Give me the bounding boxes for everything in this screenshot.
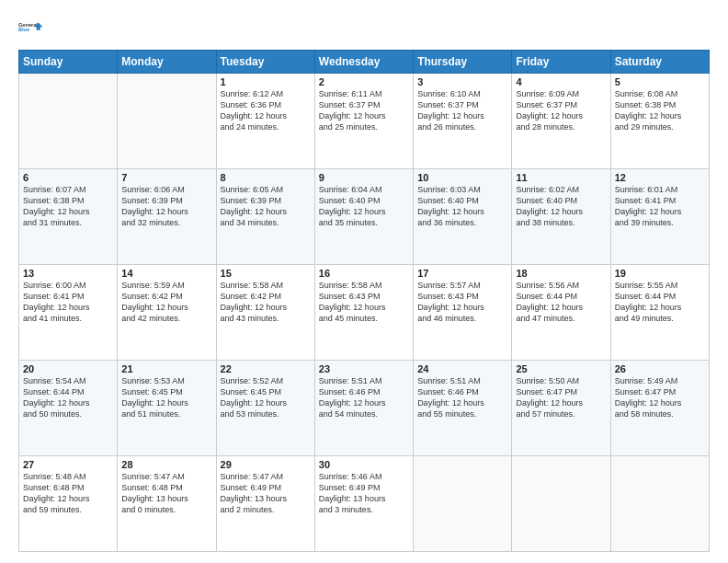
calendar-cell: 11Sunrise: 6:02 AM Sunset: 6:40 PM Dayli… [512, 169, 610, 265]
calendar-cell: 8Sunrise: 6:05 AM Sunset: 6:39 PM Daylig… [216, 169, 314, 265]
day-number: 16 [319, 268, 409, 279]
page: GeneralBlue SundayMondayTuesdayWednesday… [0, 0, 728, 563]
calendar-table: SundayMondayTuesdayWednesdayThursdayFrid… [18, 50, 710, 552]
day-info: Sunrise: 5:58 AM Sunset: 6:42 PM Dayligh… [221, 280, 311, 325]
calendar-cell: 12Sunrise: 6:01 AM Sunset: 6:41 PM Dayli… [610, 169, 709, 265]
day-number: 14 [121, 268, 211, 279]
weekday-header-tuesday: Tuesday [216, 51, 314, 74]
calendar-cell: 14Sunrise: 5:59 AM Sunset: 6:42 PM Dayli… [118, 265, 216, 361]
day-info: Sunrise: 6:12 AM Sunset: 6:36 PM Dayligh… [221, 88, 311, 133]
day-info: Sunrise: 6:04 AM Sunset: 6:40 PM Dayligh… [319, 184, 409, 229]
day-info: Sunrise: 6:11 AM Sunset: 6:37 PM Dayligh… [319, 88, 409, 133]
day-number: 12 [615, 172, 705, 183]
calendar-cell: 9Sunrise: 6:04 AM Sunset: 6:40 PM Daylig… [314, 169, 413, 265]
day-info: Sunrise: 5:47 AM Sunset: 6:49 PM Dayligh… [221, 471, 311, 516]
day-number: 8 [221, 172, 311, 183]
day-number: 30 [319, 459, 409, 470]
day-info: Sunrise: 5:53 AM Sunset: 6:45 PM Dayligh… [121, 375, 211, 420]
weekday-header-monday: Monday [118, 51, 216, 74]
logo: GeneralBlue [18, 15, 44, 40]
day-number: 22 [221, 363, 311, 374]
day-number: 21 [121, 363, 211, 374]
day-info: Sunrise: 5:50 AM Sunset: 6:47 PM Dayligh… [516, 375, 606, 420]
calendar-cell [19, 74, 118, 169]
calendar-cell: 1Sunrise: 6:12 AM Sunset: 6:36 PM Daylig… [216, 74, 314, 169]
calendar-cell: 3Sunrise: 6:10 AM Sunset: 6:37 PM Daylig… [414, 74, 512, 169]
day-number: 13 [23, 268, 113, 279]
day-info: Sunrise: 5:54 AM Sunset: 6:44 PM Dayligh… [23, 375, 113, 420]
calendar-cell: 23Sunrise: 5:51 AM Sunset: 6:46 PM Dayli… [314, 361, 413, 456]
day-number: 1 [221, 76, 311, 87]
day-info: Sunrise: 6:01 AM Sunset: 6:41 PM Dayligh… [615, 184, 705, 229]
calendar-cell: 5Sunrise: 6:08 AM Sunset: 6:38 PM Daylig… [610, 74, 709, 169]
day-info: Sunrise: 5:59 AM Sunset: 6:42 PM Dayligh… [121, 280, 211, 325]
svg-text:Blue: Blue [18, 27, 29, 32]
day-number: 11 [516, 172, 606, 183]
day-info: Sunrise: 6:00 AM Sunset: 6:41 PM Dayligh… [23, 280, 113, 325]
calendar-cell: 30Sunrise: 5:46 AM Sunset: 6:49 PM Dayli… [314, 456, 413, 552]
day-info: Sunrise: 5:52 AM Sunset: 6:45 PM Dayligh… [221, 375, 311, 420]
day-info: Sunrise: 6:07 AM Sunset: 6:38 PM Dayligh… [23, 184, 113, 229]
weekday-header-thursday: Thursday [414, 51, 512, 74]
calendar-week-3: 13Sunrise: 6:00 AM Sunset: 6:41 PM Dayli… [19, 265, 710, 361]
logo-icon: GeneralBlue [18, 15, 44, 40]
calendar-cell: 24Sunrise: 5:51 AM Sunset: 6:46 PM Dayli… [414, 361, 512, 456]
day-number: 3 [417, 76, 507, 87]
day-info: Sunrise: 5:51 AM Sunset: 6:46 PM Dayligh… [417, 375, 507, 420]
calendar-cell: 21Sunrise: 5:53 AM Sunset: 6:45 PM Dayli… [118, 361, 216, 456]
day-number: 24 [417, 363, 507, 374]
day-info: Sunrise: 6:03 AM Sunset: 6:40 PM Dayligh… [417, 184, 507, 229]
day-number: 4 [516, 76, 606, 87]
day-info: Sunrise: 5:51 AM Sunset: 6:46 PM Dayligh… [319, 375, 409, 420]
calendar-cell: 10Sunrise: 6:03 AM Sunset: 6:40 PM Dayli… [414, 169, 512, 265]
day-info: Sunrise: 6:02 AM Sunset: 6:40 PM Dayligh… [516, 184, 606, 229]
day-info: Sunrise: 5:56 AM Sunset: 6:44 PM Dayligh… [516, 280, 606, 325]
calendar-cell: 16Sunrise: 5:58 AM Sunset: 6:43 PM Dayli… [314, 265, 413, 361]
weekday-header-saturday: Saturday [610, 51, 709, 74]
calendar-cell: 19Sunrise: 5:55 AM Sunset: 6:44 PM Dayli… [610, 265, 709, 361]
calendar-week-4: 20Sunrise: 5:54 AM Sunset: 6:44 PM Dayli… [19, 361, 710, 456]
calendar-cell: 6Sunrise: 6:07 AM Sunset: 6:38 PM Daylig… [19, 169, 118, 265]
calendar-week-2: 6Sunrise: 6:07 AM Sunset: 6:38 PM Daylig… [19, 169, 710, 265]
day-info: Sunrise: 5:48 AM Sunset: 6:48 PM Dayligh… [23, 471, 113, 516]
calendar-cell: 26Sunrise: 5:49 AM Sunset: 6:47 PM Dayli… [610, 361, 709, 456]
calendar-cell: 22Sunrise: 5:52 AM Sunset: 6:45 PM Dayli… [216, 361, 314, 456]
calendar-cell: 2Sunrise: 6:11 AM Sunset: 6:37 PM Daylig… [314, 74, 413, 169]
day-number: 28 [121, 459, 211, 470]
calendar-cell: 17Sunrise: 5:57 AM Sunset: 6:43 PM Dayli… [414, 265, 512, 361]
calendar-cell [118, 74, 216, 169]
header: GeneralBlue [18, 15, 710, 40]
day-number: 2 [319, 76, 409, 87]
calendar-cell: 4Sunrise: 6:09 AM Sunset: 6:37 PM Daylig… [512, 74, 610, 169]
calendar-cell: 15Sunrise: 5:58 AM Sunset: 6:42 PM Dayli… [216, 265, 314, 361]
day-number: 15 [221, 268, 311, 279]
calendar-cell [414, 456, 512, 552]
calendar-cell: 28Sunrise: 5:47 AM Sunset: 6:48 PM Dayli… [118, 456, 216, 552]
day-info: Sunrise: 5:58 AM Sunset: 6:43 PM Dayligh… [319, 280, 409, 325]
calendar-cell: 29Sunrise: 5:47 AM Sunset: 6:49 PM Dayli… [216, 456, 314, 552]
calendar-cell: 27Sunrise: 5:48 AM Sunset: 6:48 PM Dayli… [19, 456, 118, 552]
day-number: 20 [23, 363, 113, 374]
day-info: Sunrise: 6:08 AM Sunset: 6:38 PM Dayligh… [615, 88, 705, 133]
calendar-cell: 7Sunrise: 6:06 AM Sunset: 6:39 PM Daylig… [118, 169, 216, 265]
day-number: 9 [319, 172, 409, 183]
day-info: Sunrise: 5:55 AM Sunset: 6:44 PM Dayligh… [615, 280, 705, 325]
calendar-cell [512, 456, 610, 552]
day-number: 19 [615, 268, 705, 279]
day-number: 5 [615, 76, 705, 87]
weekday-header-friday: Friday [512, 51, 610, 74]
day-info: Sunrise: 5:46 AM Sunset: 6:49 PM Dayligh… [319, 471, 409, 516]
day-number: 29 [221, 459, 311, 470]
day-number: 10 [417, 172, 507, 183]
day-number: 7 [121, 172, 211, 183]
calendar-cell [610, 456, 709, 552]
day-number: 23 [319, 363, 409, 374]
calendar-week-5: 27Sunrise: 5:48 AM Sunset: 6:48 PM Dayli… [19, 456, 710, 552]
day-number: 27 [23, 459, 113, 470]
day-info: Sunrise: 5:47 AM Sunset: 6:48 PM Dayligh… [121, 471, 211, 516]
day-number: 6 [23, 172, 113, 183]
calendar-cell: 13Sunrise: 6:00 AM Sunset: 6:41 PM Dayli… [19, 265, 118, 361]
day-info: Sunrise: 6:06 AM Sunset: 6:39 PM Dayligh… [121, 184, 211, 229]
day-number: 26 [615, 363, 705, 374]
calendar-cell: 18Sunrise: 5:56 AM Sunset: 6:44 PM Dayli… [512, 265, 610, 361]
